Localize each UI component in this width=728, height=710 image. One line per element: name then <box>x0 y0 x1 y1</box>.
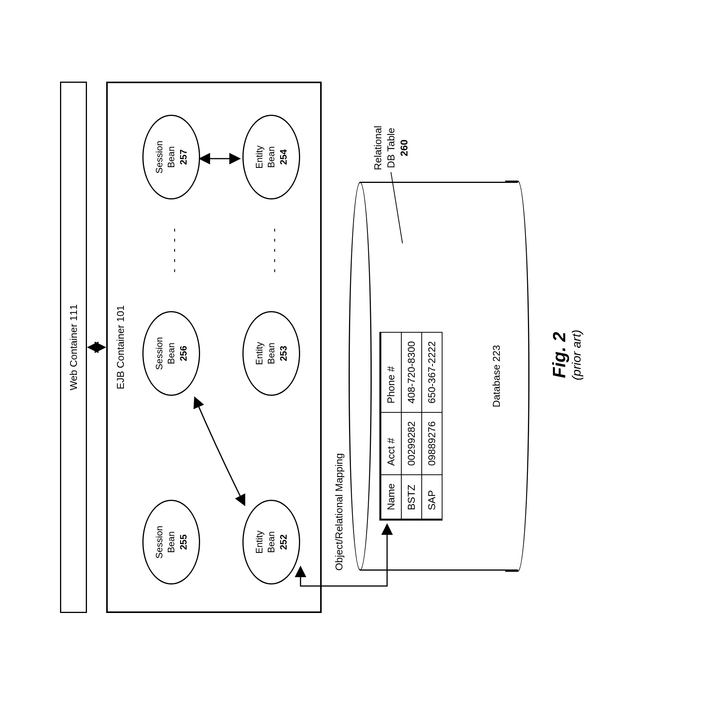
table-row: BSTZ 00299282 408-720-8300 <box>401 332 422 519</box>
col-header-phone: Phone # <box>381 332 402 412</box>
ellipsis-icon: - - - - - <box>267 227 281 273</box>
session-bean-255: Session Bean 255 <box>142 500 200 584</box>
table-row: SAP 09889276 650-367-2222 <box>422 332 442 519</box>
session-bean-257: Session Bean 257 <box>142 115 200 199</box>
database-cylinder: Name Acct # Phone # BSTZ 00299282 408-72… <box>349 182 529 571</box>
diagram-canvas: Web Container 111 EJB Container 101 Sess… <box>37 28 691 682</box>
database-label: Database 223 <box>491 345 503 407</box>
figure-caption: Fig. 2 (prior art) <box>549 330 584 380</box>
entity-bean-254: Entity Bean 254 <box>242 115 300 199</box>
web-container-label: Web Container 111 <box>68 304 80 390</box>
ejb-container-label: EJB Container 101 <box>115 305 127 389</box>
web-container-box: Web Container 111 <box>60 82 87 613</box>
ejb-container-box: EJB Container 101 Session Bean 255 Sessi… <box>106 82 322 613</box>
col-header-name: Name <box>381 475 402 520</box>
orm-mapping-label: Object/Relational Mapping <box>333 453 345 571</box>
ellipsis-icon: - - - - - <box>167 227 180 273</box>
session-bean-256: Session Bean 256 <box>142 311 200 396</box>
entity-bean-252: Entity Bean 252 <box>242 500 300 584</box>
relational-table-callout: Relational DB Table 260 <box>372 126 411 170</box>
col-header-acct: Acct # <box>381 412 402 475</box>
entity-bean-253: Entity Bean 253 <box>242 311 300 396</box>
table-row: Name Acct # Phone # <box>381 332 402 519</box>
relational-db-table: Name Acct # Phone # BSTZ 00299282 408-72… <box>379 332 442 521</box>
